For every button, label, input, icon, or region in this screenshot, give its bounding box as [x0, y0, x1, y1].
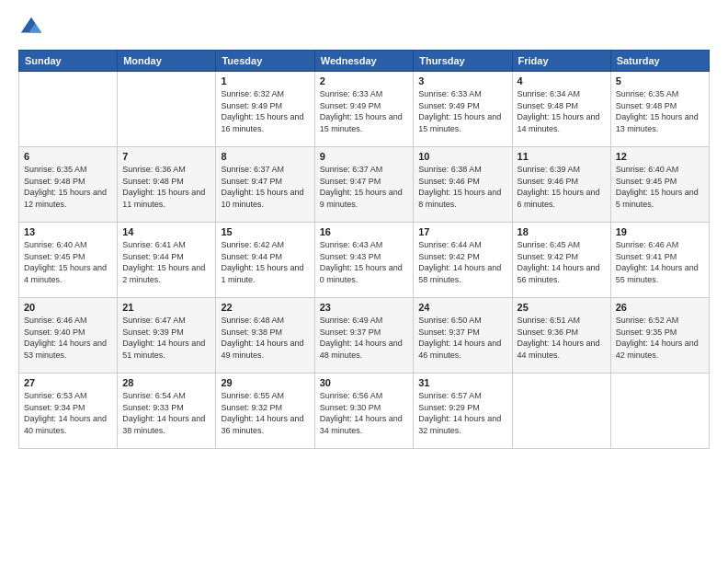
calendar-week-row: 1Sunrise: 6:32 AM Sunset: 9:49 PM Daylig… [19, 72, 710, 147]
calendar-cell: 4Sunrise: 6:34 AM Sunset: 9:48 PM Daylig… [512, 72, 610, 147]
day-number: 3 [418, 75, 506, 86]
day-info: Sunrise: 6:56 AM Sunset: 9:30 PM Dayligh… [320, 390, 409, 436]
day-info: Sunrise: 6:35 AM Sunset: 9:48 PM Dayligh… [24, 164, 112, 210]
calendar-header-row: Sunday Monday Tuesday Wednesday Thursday… [19, 51, 710, 72]
day-number: 31 [418, 377, 506, 388]
day-info: Sunrise: 6:37 AM Sunset: 9:47 PM Dayligh… [320, 164, 409, 210]
day-number: 29 [221, 377, 309, 388]
day-number: 2 [320, 75, 409, 86]
calendar-cell: 6Sunrise: 6:35 AM Sunset: 9:48 PM Daylig… [19, 147, 118, 223]
calendar-cell: 23Sunrise: 6:49 AM Sunset: 9:37 PM Dayli… [314, 298, 414, 373]
day-info: Sunrise: 6:35 AM Sunset: 9:48 PM Dayligh… [616, 88, 704, 134]
calendar-week-row: 6Sunrise: 6:35 AM Sunset: 9:48 PM Daylig… [19, 147, 710, 223]
day-info: Sunrise: 6:49 AM Sunset: 9:37 PM Dayligh… [320, 315, 409, 361]
col-monday: Monday [118, 51, 216, 72]
col-thursday: Thursday [414, 51, 512, 72]
day-number: 7 [122, 151, 210, 162]
day-info: Sunrise: 6:51 AM Sunset: 9:36 PM Dayligh… [518, 315, 606, 361]
calendar-cell: 9Sunrise: 6:37 AM Sunset: 9:47 PM Daylig… [314, 147, 414, 223]
day-number: 8 [221, 151, 309, 162]
calendar-cell: 13Sunrise: 6:40 AM Sunset: 9:45 PM Dayli… [19, 223, 118, 298]
day-number: 25 [518, 302, 606, 313]
calendar-cell: 12Sunrise: 6:40 AM Sunset: 9:45 PM Dayli… [610, 147, 709, 223]
day-info: Sunrise: 6:38 AM Sunset: 9:46 PM Dayligh… [418, 164, 506, 210]
day-info: Sunrise: 6:57 AM Sunset: 9:29 PM Dayligh… [418, 390, 506, 436]
col-sunday: Sunday [19, 51, 118, 72]
day-info: Sunrise: 6:46 AM Sunset: 9:41 PM Dayligh… [616, 239, 704, 285]
day-number: 28 [122, 377, 210, 388]
calendar-cell: 28Sunrise: 6:54 AM Sunset: 9:33 PM Dayli… [118, 373, 216, 449]
day-number: 13 [24, 226, 112, 237]
day-info: Sunrise: 6:47 AM Sunset: 9:39 PM Dayligh… [122, 315, 210, 361]
calendar-cell: 29Sunrise: 6:55 AM Sunset: 9:32 PM Dayli… [216, 373, 314, 449]
calendar-cell: 19Sunrise: 6:46 AM Sunset: 9:41 PM Dayli… [610, 223, 709, 298]
day-number: 1 [221, 75, 309, 86]
logo [18, 15, 48, 40]
calendar-cell: 27Sunrise: 6:53 AM Sunset: 9:34 PM Dayli… [19, 373, 118, 449]
day-number: 11 [518, 151, 606, 162]
day-number: 5 [616, 75, 704, 86]
calendar-cell: 14Sunrise: 6:41 AM Sunset: 9:44 PM Dayli… [118, 223, 216, 298]
day-number: 12 [616, 151, 704, 162]
day-number: 27 [24, 377, 112, 388]
day-info: Sunrise: 6:32 AM Sunset: 9:49 PM Dayligh… [221, 88, 309, 134]
calendar-cell: 18Sunrise: 6:45 AM Sunset: 9:42 PM Dayli… [512, 223, 610, 298]
day-info: Sunrise: 6:43 AM Sunset: 9:43 PM Dayligh… [320, 239, 409, 285]
day-info: Sunrise: 6:42 AM Sunset: 9:44 PM Dayligh… [221, 239, 309, 285]
day-info: Sunrise: 6:40 AM Sunset: 9:45 PM Dayligh… [24, 239, 112, 285]
day-number: 15 [221, 226, 309, 237]
calendar: Sunday Monday Tuesday Wednesday Thursday… [18, 50, 710, 449]
calendar-cell: 17Sunrise: 6:44 AM Sunset: 9:42 PM Dayli… [414, 223, 512, 298]
day-number: 17 [418, 226, 506, 237]
col-friday: Friday [512, 51, 610, 72]
page: Sunday Monday Tuesday Wednesday Thursday… [0, 0, 728, 563]
day-number: 10 [418, 151, 506, 162]
day-info: Sunrise: 6:54 AM Sunset: 9:33 PM Dayligh… [122, 390, 210, 436]
calendar-cell: 24Sunrise: 6:50 AM Sunset: 9:37 PM Dayli… [414, 298, 512, 373]
calendar-cell: 15Sunrise: 6:42 AM Sunset: 9:44 PM Dayli… [216, 223, 314, 298]
day-number: 30 [320, 377, 409, 388]
col-saturday: Saturday [610, 51, 709, 72]
calendar-cell: 25Sunrise: 6:51 AM Sunset: 9:36 PM Dayli… [512, 298, 610, 373]
day-number: 14 [122, 226, 210, 237]
day-number: 23 [320, 302, 409, 313]
day-info: Sunrise: 6:41 AM Sunset: 9:44 PM Dayligh… [122, 239, 210, 285]
header [18, 15, 710, 40]
calendar-cell: 8Sunrise: 6:37 AM Sunset: 9:47 PM Daylig… [216, 147, 314, 223]
calendar-week-row: 20Sunrise: 6:46 AM Sunset: 9:40 PM Dayli… [19, 298, 710, 373]
day-number: 26 [616, 302, 704, 313]
day-info: Sunrise: 6:36 AM Sunset: 9:48 PM Dayligh… [122, 164, 210, 210]
calendar-cell [512, 373, 610, 449]
day-info: Sunrise: 6:40 AM Sunset: 9:45 PM Dayligh… [616, 164, 704, 210]
day-number: 19 [616, 226, 704, 237]
day-info: Sunrise: 6:52 AM Sunset: 9:35 PM Dayligh… [616, 315, 704, 361]
day-number: 4 [518, 75, 606, 86]
day-number: 24 [418, 302, 506, 313]
calendar-cell: 31Sunrise: 6:57 AM Sunset: 9:29 PM Dayli… [414, 373, 512, 449]
day-info: Sunrise: 6:33 AM Sunset: 9:49 PM Dayligh… [418, 88, 506, 134]
day-info: Sunrise: 6:33 AM Sunset: 9:49 PM Dayligh… [320, 88, 409, 134]
calendar-cell: 10Sunrise: 6:38 AM Sunset: 9:46 PM Dayli… [414, 147, 512, 223]
day-info: Sunrise: 6:55 AM Sunset: 9:32 PM Dayligh… [221, 390, 309, 436]
calendar-week-row: 27Sunrise: 6:53 AM Sunset: 9:34 PM Dayli… [19, 373, 710, 449]
day-info: Sunrise: 6:44 AM Sunset: 9:42 PM Dayligh… [418, 239, 506, 285]
day-number: 16 [320, 226, 409, 237]
calendar-cell [118, 72, 216, 147]
logo-icon [18, 15, 44, 40]
day-info: Sunrise: 6:37 AM Sunset: 9:47 PM Dayligh… [221, 164, 309, 210]
day-number: 6 [24, 151, 112, 162]
day-number: 21 [122, 302, 210, 313]
calendar-cell: 3Sunrise: 6:33 AM Sunset: 9:49 PM Daylig… [414, 72, 512, 147]
day-number: 22 [221, 302, 309, 313]
calendar-cell: 21Sunrise: 6:47 AM Sunset: 9:39 PM Dayli… [118, 298, 216, 373]
day-info: Sunrise: 6:50 AM Sunset: 9:37 PM Dayligh… [418, 315, 506, 361]
calendar-cell [19, 72, 118, 147]
calendar-cell: 20Sunrise: 6:46 AM Sunset: 9:40 PM Dayli… [19, 298, 118, 373]
day-number: 20 [24, 302, 112, 313]
calendar-cell: 16Sunrise: 6:43 AM Sunset: 9:43 PM Dayli… [314, 223, 414, 298]
day-info: Sunrise: 6:48 AM Sunset: 9:38 PM Dayligh… [221, 315, 309, 361]
day-number: 18 [518, 226, 606, 237]
calendar-cell: 7Sunrise: 6:36 AM Sunset: 9:48 PM Daylig… [118, 147, 216, 223]
calendar-week-row: 13Sunrise: 6:40 AM Sunset: 9:45 PM Dayli… [19, 223, 710, 298]
col-wednesday: Wednesday [314, 51, 414, 72]
